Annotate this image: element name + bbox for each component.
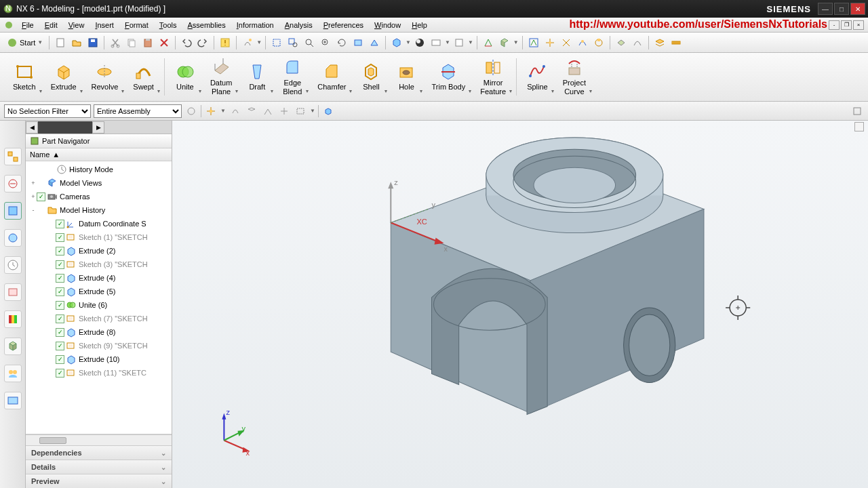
wcs-dynamics-button[interactable] — [526, 35, 541, 50]
perspective-button[interactable] — [367, 35, 382, 50]
menu-preferences[interactable]: Preferences — [318, 20, 369, 30]
checkbox-icon[interactable]: ✓ — [56, 314, 64, 323]
sel-btn-1[interactable] — [184, 104, 198, 118]
selection-filter-dropdown[interactable]: No Selection Filter — [4, 104, 91, 118]
blend-button[interactable]: EdgeBlend — [275, 54, 310, 100]
navigator-column-header[interactable]: Name ▲ — [26, 148, 172, 161]
system-tab[interactable] — [4, 392, 22, 409]
section-preview[interactable]: Preview⌄ — [26, 474, 172, 488]
render-style-button[interactable] — [389, 35, 404, 50]
info-button[interactable] — [614, 35, 629, 50]
checkbox-icon[interactable]: ✓ — [56, 287, 64, 296]
redo-button[interactable] — [195, 35, 210, 50]
snap-quad-button[interactable] — [591, 35, 606, 50]
menu-information[interactable]: Information — [231, 20, 279, 30]
shaded-button[interactable] — [412, 35, 427, 50]
menu-window[interactable]: Window — [369, 20, 406, 30]
roles-tab[interactable] — [4, 365, 22, 382]
zoom-area-button[interactable] — [285, 35, 300, 50]
revolve-button[interactable]: Revolve — [84, 54, 126, 100]
expr-button[interactable] — [630, 35, 645, 50]
tree-node[interactable]: ✓Sketch (3) "SKETCH — [26, 258, 172, 271]
sel-snap-button[interactable] — [204, 104, 218, 118]
ruler-button[interactable] — [669, 35, 684, 50]
browser-tab[interactable] — [4, 338, 22, 355]
tree-node[interactable]: History Mode — [26, 163, 172, 176]
layers-button[interactable] — [652, 35, 667, 50]
tree-node[interactable]: ✓Sketch (7) "SKETCH — [26, 312, 172, 325]
checkbox-icon[interactable]: ✓ — [56, 301, 64, 310]
pan-button[interactable] — [351, 35, 366, 50]
assembly-navigator-tab[interactable] — [4, 148, 22, 165]
chamfer-button[interactable]: Chamfer — [310, 54, 353, 100]
layer-button[interactable] — [452, 35, 467, 50]
open-button[interactable] — [69, 35, 84, 50]
hole-button[interactable]: Hole — [389, 54, 424, 100]
cut-button[interactable] — [108, 35, 123, 50]
checkbox-icon[interactable]: ✓ — [56, 342, 64, 350]
section-details[interactable]: Details⌄ — [26, 460, 172, 474]
checkbox-icon[interactable]: ✓ — [56, 220, 64, 228]
sel-btn-5[interactable] — [261, 104, 275, 118]
menu-analysis[interactable]: Analysis — [279, 20, 318, 30]
checkbox-icon[interactable]: ✓ — [56, 247, 64, 256]
checkbox-icon[interactable]: ✓ — [37, 192, 45, 201]
tab-scroll-left[interactable]: ◀ — [26, 121, 38, 134]
tree-node[interactable]: ✓Sketch (9) "SKETCH — [26, 339, 172, 352]
checkbox-icon[interactable]: ✓ — [56, 274, 64, 283]
navigator-tab[interactable] — [38, 121, 92, 134]
wcs-button[interactable] — [481, 35, 496, 50]
graphics-viewport[interactable]: XC x y z z x y — [172, 121, 868, 488]
sketch-button[interactable]: Sketch — [5, 54, 43, 100]
tree-node[interactable]: ✓Sketch (1) "SKETCH — [26, 230, 172, 244]
unite-button[interactable]: Unite — [167, 54, 203, 100]
visual-tab[interactable] — [4, 310, 22, 328]
checkbox-icon[interactable]: ✓ — [56, 233, 64, 242]
tree-node[interactable]: +✓Cameras — [26, 190, 172, 203]
tree-node[interactable]: ✓Extrude (8) — [26, 325, 172, 339]
mdi-minimize-button[interactable]: - — [829, 20, 840, 30]
zoom-button[interactable] — [302, 35, 317, 50]
spline-button[interactable]: Spline — [519, 54, 555, 100]
maximize-button[interactable]: □ — [834, 3, 849, 15]
reuse-library-tab[interactable] — [4, 229, 22, 247]
undo-button[interactable] — [179, 35, 194, 50]
menu-format[interactable]: Format — [119, 20, 154, 30]
paste-button[interactable] — [140, 35, 155, 50]
tab-scroll-right[interactable]: ▶ — [92, 121, 104, 134]
history-tab[interactable] — [4, 256, 22, 274]
selection-scope-dropdown[interactable]: Entire Assembly — [94, 104, 182, 118]
snap-point-button[interactable] — [542, 35, 557, 50]
menu-insert[interactable]: Insert — [90, 20, 119, 30]
hd3d-tab[interactable] — [4, 283, 22, 301]
menu-tools[interactable]: Tools — [154, 20, 182, 30]
copy-button[interactable] — [124, 35, 139, 50]
save-button[interactable] — [85, 35, 100, 50]
mdi-restore-button[interactable]: ❐ — [841, 20, 852, 30]
trim-button[interactable]: Trim Body — [424, 54, 473, 100]
checkbox-icon[interactable]: ✓ — [56, 369, 64, 378]
tree-node[interactable]: ✓Extrude (2) — [26, 244, 172, 258]
navigator-tree[interactable]: History Mode+Model Views+✓Cameras-Model … — [26, 161, 172, 434]
shell-button[interactable]: Shell — [353, 54, 389, 100]
menu-file[interactable]: File — [16, 20, 39, 30]
part-navigator-tab[interactable] — [4, 202, 22, 220]
tree-node[interactable]: -Model History — [26, 203, 172, 217]
rotate-button[interactable] — [334, 35, 349, 50]
sel-btn-3[interactable] — [229, 104, 242, 118]
checkbox-icon[interactable]: ✓ — [56, 260, 64, 269]
snap-curve-button[interactable] — [575, 35, 590, 50]
viewport-pin-button[interactable] — [854, 122, 864, 131]
mirror-button[interactable]: MirrorFeature — [473, 54, 513, 100]
sel-maximize-button[interactable] — [850, 104, 864, 118]
menu-assemblies[interactable]: Assemblies — [182, 20, 231, 30]
new-button[interactable] — [53, 35, 68, 50]
orient-button[interactable] — [497, 35, 512, 50]
close-button[interactable]: ✕ — [850, 3, 865, 15]
sel-rect-button[interactable] — [294, 104, 307, 118]
checkbox-icon[interactable]: ✓ — [56, 328, 64, 337]
menu-edit[interactable]: Edit — [39, 20, 63, 30]
tree-node[interactable]: ✓Extrude (5) — [26, 285, 172, 298]
tree-node[interactable]: ✓Extrude (10) — [26, 352, 172, 366]
command-finder-button[interactable] — [218, 35, 233, 50]
